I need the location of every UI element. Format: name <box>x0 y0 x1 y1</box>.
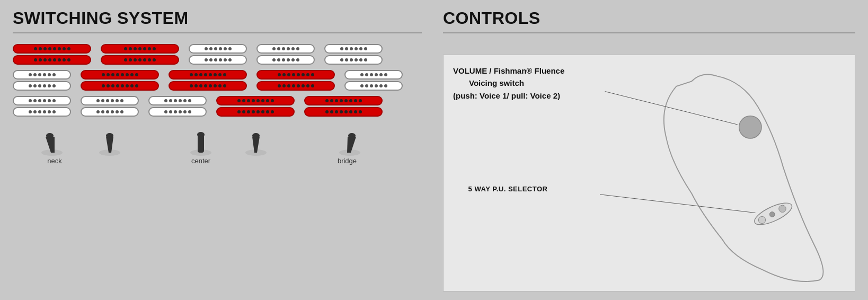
dot <box>190 84 193 87</box>
dot <box>120 110 123 113</box>
dot <box>340 47 343 50</box>
svg-rect-7 <box>198 135 204 153</box>
left-divider <box>13 32 422 33</box>
dot <box>354 110 357 113</box>
dot <box>96 99 100 102</box>
pickup-coil <box>304 107 383 117</box>
dot <box>375 73 378 76</box>
dot <box>164 99 167 102</box>
dot <box>101 110 104 113</box>
dot <box>287 84 290 87</box>
dot <box>129 58 132 61</box>
dot <box>120 99 123 102</box>
neck-label: neck <box>47 157 61 165</box>
dot <box>209 84 212 87</box>
dot <box>228 58 232 61</box>
pickup-r3-1 <box>13 96 71 117</box>
pickup-coil <box>256 70 335 80</box>
pickup-coil-5a <box>324 44 383 54</box>
pickup-r2-3 <box>169 70 247 91</box>
dot <box>39 47 42 50</box>
dot <box>296 58 299 61</box>
dot <box>38 73 41 76</box>
dot <box>43 110 46 113</box>
dot <box>252 110 255 113</box>
dot <box>306 73 309 76</box>
dot <box>344 110 348 113</box>
dot <box>188 110 191 113</box>
dot <box>52 99 56 102</box>
pickup-coil <box>13 107 71 117</box>
svg-point-8 <box>197 132 205 137</box>
dot <box>345 47 348 50</box>
dot <box>335 99 338 102</box>
dot <box>237 99 241 102</box>
dot <box>138 58 141 61</box>
dot <box>325 99 329 102</box>
dot <box>282 58 285 61</box>
dot <box>345 58 348 61</box>
dot <box>277 58 280 61</box>
dot <box>278 73 281 76</box>
dot <box>330 99 333 102</box>
dot <box>116 73 119 76</box>
position-4 <box>237 129 311 159</box>
dot <box>107 84 110 87</box>
dot <box>138 47 141 50</box>
pickup-2 <box>101 44 179 65</box>
svg-point-11 <box>252 133 260 138</box>
dot <box>38 110 41 113</box>
pickup-coil-1a <box>13 44 91 54</box>
dot <box>349 110 352 113</box>
position-bridge: bridge <box>311 129 384 165</box>
dot <box>188 99 191 102</box>
dot <box>375 84 378 87</box>
dot <box>350 47 353 50</box>
dot <box>296 47 299 50</box>
pickup-3 <box>189 44 247 65</box>
dot <box>33 99 37 102</box>
pu-selector-label: 5 WAY P.U. SELECTOR <box>468 185 548 193</box>
dot <box>359 47 362 50</box>
pickup-coil <box>344 81 403 91</box>
dot <box>179 110 182 113</box>
dot <box>272 58 276 61</box>
dot <box>43 73 46 76</box>
dot <box>306 84 309 87</box>
position-center: center <box>164 129 237 165</box>
dot <box>169 99 172 102</box>
pickup-coil <box>256 81 335 91</box>
center-label: center <box>191 157 210 165</box>
dot <box>302 84 305 87</box>
dot <box>291 47 295 50</box>
dot <box>256 110 260 113</box>
dot <box>38 99 41 102</box>
pickup-coil <box>148 96 207 105</box>
dot <box>247 110 250 113</box>
svg-point-18 <box>758 216 765 223</box>
dot <box>360 84 364 87</box>
dot <box>204 73 207 76</box>
dot <box>48 99 51 102</box>
dot <box>52 73 56 76</box>
dot <box>384 73 387 76</box>
dot <box>48 110 51 113</box>
dot <box>287 47 290 50</box>
pickup-coil-4b <box>256 55 315 65</box>
dot <box>205 47 208 50</box>
dot <box>252 99 255 102</box>
dot <box>271 110 274 113</box>
dot <box>53 47 56 50</box>
dot <box>43 47 47 50</box>
dot <box>126 73 129 76</box>
pickup-r2-1 <box>13 70 71 91</box>
pickup-coil-2b <box>101 55 179 65</box>
dot <box>384 84 387 87</box>
dot <box>148 47 151 50</box>
dot <box>340 110 343 113</box>
dot <box>359 110 362 113</box>
switch-row-1 <box>13 44 422 65</box>
pickup-1 <box>13 44 91 65</box>
dot <box>33 73 37 76</box>
dot <box>247 99 250 102</box>
